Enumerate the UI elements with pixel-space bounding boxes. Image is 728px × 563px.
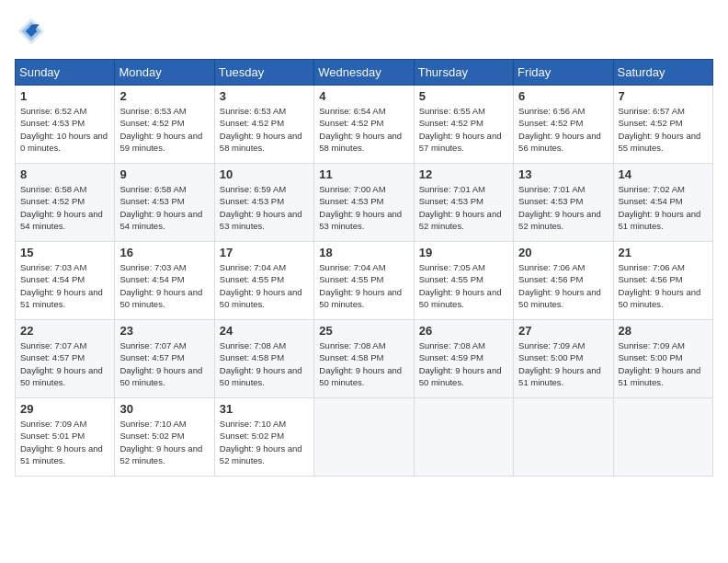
day-detail: Sunrise: 6:57 AMSunset: 4:52 PMDaylight:… bbox=[619, 106, 701, 153]
calendar-day-cell: 7Sunrise: 6:57 AMSunset: 4:52 PMDaylight… bbox=[613, 86, 712, 164]
day-number: 5 bbox=[419, 89, 508, 103]
calendar-day-cell: 30Sunrise: 7:10 AMSunset: 5:02 PMDayligh… bbox=[115, 398, 214, 477]
calendar-day-cell: 16Sunrise: 7:03 AMSunset: 4:54 PMDayligh… bbox=[115, 242, 214, 320]
calendar-day-cell: 29Sunrise: 7:09 AMSunset: 5:01 PMDayligh… bbox=[16, 398, 115, 477]
day-detail: Sunrise: 7:01 AMSunset: 4:53 PMDaylight:… bbox=[419, 184, 502, 231]
day-detail: Sunrise: 6:52 AMSunset: 4:53 PMDaylight:… bbox=[20, 106, 108, 153]
day-number: 23 bbox=[119, 324, 209, 338]
day-detail: Sunrise: 7:03 AMSunset: 4:54 PMDaylight:… bbox=[119, 262, 202, 309]
day-number: 9 bbox=[119, 167, 209, 181]
calendar-day-cell: 24Sunrise: 7:08 AMSunset: 4:58 PMDayligh… bbox=[214, 320, 313, 398]
day-detail: Sunrise: 6:58 AMSunset: 4:53 PMDaylight:… bbox=[119, 184, 202, 231]
day-number: 29 bbox=[20, 402, 109, 416]
day-number: 25 bbox=[319, 324, 408, 338]
day-number: 16 bbox=[119, 246, 209, 259]
day-detail: Sunrise: 7:10 AMSunset: 5:02 PMDaylight:… bbox=[119, 419, 202, 465]
day-number: 7 bbox=[619, 89, 708, 103]
calendar-header-row: SundayMondayTuesdayWednesdayThursdayFrid… bbox=[16, 60, 713, 86]
day-number: 26 bbox=[419, 324, 508, 338]
calendar-week-row: 1Sunrise: 6:52 AMSunset: 4:53 PMDaylight… bbox=[16, 86, 713, 164]
calendar-day-cell: 3Sunrise: 6:53 AMSunset: 4:52 PMDaylight… bbox=[214, 86, 313, 164]
day-number: 12 bbox=[419, 167, 508, 181]
day-number: 27 bbox=[518, 324, 608, 338]
day-number: 31 bbox=[220, 402, 309, 416]
day-number: 6 bbox=[518, 89, 608, 103]
calendar-day-cell: 19Sunrise: 7:05 AMSunset: 4:55 PMDayligh… bbox=[414, 242, 513, 320]
calendar-day-cell: 6Sunrise: 6:56 AMSunset: 4:52 PMDaylight… bbox=[514, 86, 613, 164]
calendar-day-cell bbox=[613, 398, 712, 477]
day-detail: Sunrise: 6:55 AMSunset: 4:52 PMDaylight:… bbox=[419, 106, 502, 153]
day-detail: Sunrise: 6:59 AMSunset: 4:53 PMDaylight:… bbox=[220, 184, 302, 231]
calendar-day-cell: 5Sunrise: 6:55 AMSunset: 4:52 PMDaylight… bbox=[414, 86, 513, 164]
calendar-day-cell: 17Sunrise: 7:04 AMSunset: 4:55 PMDayligh… bbox=[214, 242, 313, 320]
calendar-day-cell: 18Sunrise: 7:04 AMSunset: 4:55 PMDayligh… bbox=[314, 242, 414, 320]
day-number: 1 bbox=[20, 89, 109, 103]
day-detail: Sunrise: 6:56 AMSunset: 4:52 PMDaylight:… bbox=[518, 106, 601, 153]
day-detail: Sunrise: 7:04 AMSunset: 4:55 PMDaylight:… bbox=[319, 262, 402, 309]
calendar-week-row: 8Sunrise: 6:58 AMSunset: 4:52 PMDaylight… bbox=[16, 164, 713, 242]
day-detail: Sunrise: 7:06 AMSunset: 4:56 PMDaylight:… bbox=[518, 262, 601, 309]
calendar-day-cell bbox=[514, 398, 613, 477]
day-detail: Sunrise: 6:53 AMSunset: 4:52 PMDaylight:… bbox=[220, 106, 302, 153]
weekday-header: Saturday bbox=[613, 60, 712, 86]
day-detail: Sunrise: 7:08 AMSunset: 4:58 PMDaylight:… bbox=[319, 340, 402, 387]
day-number: 19 bbox=[419, 246, 508, 259]
weekday-header: Wednesday bbox=[314, 60, 414, 86]
calendar-day-cell: 10Sunrise: 6:59 AMSunset: 4:53 PMDayligh… bbox=[214, 164, 313, 242]
day-number: 17 bbox=[220, 246, 309, 259]
day-number: 8 bbox=[20, 167, 109, 181]
day-detail: Sunrise: 7:04 AMSunset: 4:55 PMDaylight:… bbox=[220, 262, 302, 309]
day-detail: Sunrise: 7:08 AMSunset: 4:58 PMDaylight:… bbox=[220, 340, 302, 387]
day-detail: Sunrise: 7:00 AMSunset: 4:53 PMDaylight:… bbox=[319, 184, 402, 231]
weekday-header: Tuesday bbox=[214, 60, 313, 86]
calendar-day-cell: 26Sunrise: 7:08 AMSunset: 4:59 PMDayligh… bbox=[414, 320, 513, 398]
page-header bbox=[15, 15, 713, 48]
day-detail: Sunrise: 7:07 AMSunset: 4:57 PMDaylight:… bbox=[20, 340, 103, 387]
calendar-day-cell: 28Sunrise: 7:09 AMSunset: 5:00 PMDayligh… bbox=[613, 320, 712, 398]
day-detail: Sunrise: 7:08 AMSunset: 4:59 PMDaylight:… bbox=[419, 340, 502, 387]
calendar-day-cell: 11Sunrise: 7:00 AMSunset: 4:53 PMDayligh… bbox=[314, 164, 414, 242]
weekday-header: Friday bbox=[514, 60, 613, 86]
calendar-day-cell: 21Sunrise: 7:06 AMSunset: 4:56 PMDayligh… bbox=[613, 242, 712, 320]
day-number: 21 bbox=[619, 246, 708, 259]
calendar-week-row: 22Sunrise: 7:07 AMSunset: 4:57 PMDayligh… bbox=[16, 320, 713, 398]
day-number: 18 bbox=[319, 246, 408, 259]
day-detail: Sunrise: 7:09 AMSunset: 5:01 PMDaylight:… bbox=[20, 419, 103, 465]
weekday-header: Thursday bbox=[414, 60, 513, 86]
day-number: 22 bbox=[20, 324, 109, 338]
day-detail: Sunrise: 7:09 AMSunset: 5:00 PMDaylight:… bbox=[518, 340, 601, 387]
calendar-day-cell: 31Sunrise: 7:10 AMSunset: 5:02 PMDayligh… bbox=[214, 398, 313, 477]
day-detail: Sunrise: 7:01 AMSunset: 4:53 PMDaylight:… bbox=[518, 184, 601, 231]
day-number: 24 bbox=[220, 324, 309, 338]
calendar-day-cell: 20Sunrise: 7:06 AMSunset: 4:56 PMDayligh… bbox=[514, 242, 613, 320]
day-number: 3 bbox=[220, 89, 309, 103]
calendar-day-cell: 23Sunrise: 7:07 AMSunset: 4:57 PMDayligh… bbox=[115, 320, 214, 398]
day-number: 11 bbox=[319, 167, 408, 181]
calendar-day-cell: 14Sunrise: 7:02 AMSunset: 4:54 PMDayligh… bbox=[613, 164, 712, 242]
day-number: 20 bbox=[518, 246, 608, 259]
calendar-day-cell: 4Sunrise: 6:54 AMSunset: 4:52 PMDaylight… bbox=[314, 86, 414, 164]
day-number: 14 bbox=[619, 167, 708, 181]
day-number: 15 bbox=[20, 246, 109, 259]
day-number: 4 bbox=[319, 89, 408, 103]
weekday-header: Sunday bbox=[16, 60, 115, 86]
day-number: 2 bbox=[119, 89, 209, 103]
calendar-day-cell: 22Sunrise: 7:07 AMSunset: 4:57 PMDayligh… bbox=[16, 320, 115, 398]
calendar-day-cell: 13Sunrise: 7:01 AMSunset: 4:53 PMDayligh… bbox=[514, 164, 613, 242]
calendar-day-cell: 8Sunrise: 6:58 AMSunset: 4:52 PMDaylight… bbox=[16, 164, 115, 242]
logo-icon bbox=[15, 15, 48, 48]
day-detail: Sunrise: 7:03 AMSunset: 4:54 PMDaylight:… bbox=[20, 262, 103, 309]
calendar-day-cell bbox=[414, 398, 513, 477]
calendar-day-cell: 9Sunrise: 6:58 AMSunset: 4:53 PMDaylight… bbox=[115, 164, 214, 242]
day-detail: Sunrise: 7:09 AMSunset: 5:00 PMDaylight:… bbox=[619, 340, 701, 387]
day-detail: Sunrise: 7:07 AMSunset: 4:57 PMDaylight:… bbox=[119, 340, 202, 387]
calendar-day-cell: 1Sunrise: 6:52 AMSunset: 4:53 PMDaylight… bbox=[16, 86, 115, 164]
calendar-table: SundayMondayTuesdayWednesdayThursdayFrid… bbox=[15, 59, 713, 477]
day-detail: Sunrise: 7:05 AMSunset: 4:55 PMDaylight:… bbox=[419, 262, 502, 309]
calendar-day-cell: 12Sunrise: 7:01 AMSunset: 4:53 PMDayligh… bbox=[414, 164, 513, 242]
calendar-day-cell: 15Sunrise: 7:03 AMSunset: 4:54 PMDayligh… bbox=[16, 242, 115, 320]
day-number: 13 bbox=[518, 167, 608, 181]
day-detail: Sunrise: 7:10 AMSunset: 5:02 PMDaylight:… bbox=[220, 419, 302, 465]
day-detail: Sunrise: 6:58 AMSunset: 4:52 PMDaylight:… bbox=[20, 184, 103, 231]
weekday-header: Monday bbox=[115, 60, 214, 86]
